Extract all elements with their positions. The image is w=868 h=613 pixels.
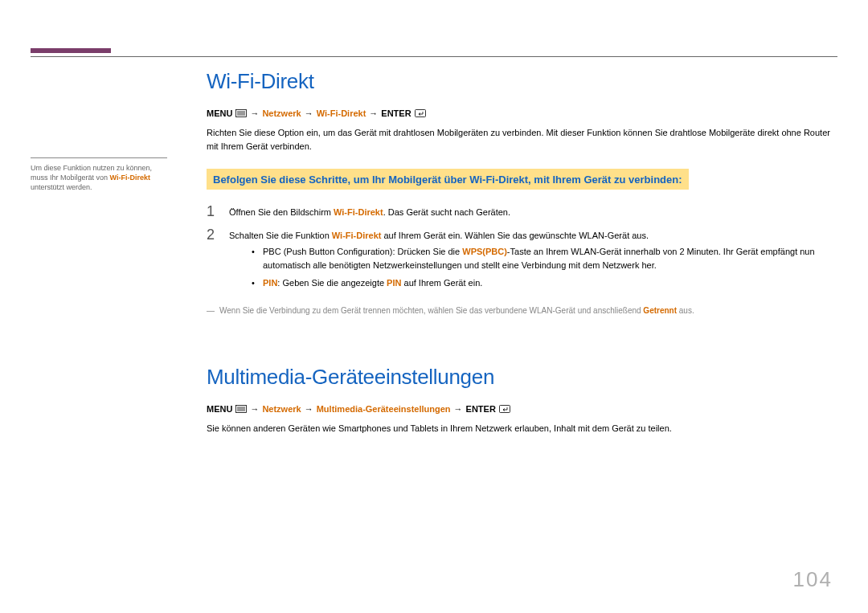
bullet-dot: • <box>252 276 256 290</box>
steps-list: 1 Öffnen Sie den Bildschirm Wi-Fi-Direkt… <box>207 206 837 295</box>
bullet-pbc: • PBC (Push Button Configuration): Drück… <box>252 245 837 272</box>
b2-mid: : Geben Sie die angezeigte <box>277 278 387 288</box>
enter-icon <box>415 109 426 117</box>
sidebar-divider <box>31 157 167 158</box>
menu-icon <box>235 109 247 117</box>
step-body: Schalten Sie die Funktion Wi-Fi-Direkt a… <box>229 229 837 295</box>
section1-intro: Richten Sie diese Option ein, um das Ger… <box>207 126 837 153</box>
note-pre: Wenn Sie die Verbindung zu dem Gerät tre… <box>219 306 643 315</box>
nav-multimedia: Multimedia-Geräteeinstellungen <box>317 404 451 414</box>
nav-menu-label: MENU <box>207 404 232 414</box>
section1-title: Wi-Fi-Direkt <box>207 69 837 94</box>
note-dash: ― <box>207 304 215 317</box>
step-body: Öffnen Sie den Bildschirm Wi-Fi-Direkt. … <box>229 206 837 219</box>
sidebar-note-post: unterstützt werden. <box>31 183 92 191</box>
main-content: Wi-Fi-Direkt MENU → Netzwerk → Wi-Fi-Dir… <box>207 69 837 435</box>
step-2: 2 Schalten Sie die Funktion Wi-Fi-Direkt… <box>207 229 837 295</box>
disconnect-note: ― Wenn Sie die Verbindung zu dem Gerät t… <box>207 304 837 317</box>
step-number: 2 <box>207 227 218 242</box>
step-1: 1 Öffnen Sie den Bildschirm Wi-Fi-Direkt… <box>207 206 837 219</box>
note-hl: Getrennt <box>643 306 677 315</box>
b1-hl: WPS(PBC) <box>462 247 507 256</box>
nav-arrow: → <box>250 108 259 118</box>
section2-intro: Sie können anderen Geräten wie Smartphon… <box>207 422 837 435</box>
page-container: Um diese Funktion nutzen zu können, muss… <box>0 0 868 613</box>
nav-path-1: MENU → Netzwerk → Wi-Fi-Direkt → ENTER <box>207 108 837 118</box>
section2-title: Multimedia-Geräteeinstellungen <box>207 365 837 390</box>
nav-arrow: → <box>305 404 313 414</box>
header-color-bar <box>31 48 111 53</box>
note-post: aus. <box>677 306 694 315</box>
nav-enter-label: ENTER <box>466 404 496 414</box>
nav-netzwerk: Netzwerk <box>262 404 301 414</box>
bullet-text: PBC (Push Button Configuration): Drücken… <box>263 245 837 272</box>
step2-hl: Wi-Fi-Direkt <box>332 231 382 240</box>
note-text: Wenn Sie die Verbindung zu dem Gerät tre… <box>219 304 694 317</box>
b2-hl2: PIN <box>387 278 401 288</box>
menu-icon <box>235 405 247 413</box>
step-number: 1 <box>207 204 218 219</box>
nav-wifi-direkt: Wi-Fi-Direkt <box>317 108 366 118</box>
bullet-text: PIN: Geben Sie die angezeigte PIN auf Ih… <box>263 276 482 290</box>
sidebar-note: Um diese Funktion nutzen zu können, muss… <box>31 157 167 192</box>
nav-menu-label: MENU <box>207 108 232 118</box>
step2-post: auf Ihrem Gerät ein. Wählen Sie das gewü… <box>381 231 649 240</box>
section-2: Multimedia-Geräteeinstellungen MENU → Ne… <box>207 365 837 435</box>
sidebar-note-highlight: Wi-Fi-Direkt <box>110 174 150 182</box>
nav-path-2: MENU → Netzwerk → Multimedia-Geräteeinst… <box>207 404 837 414</box>
page-number: 104 <box>793 567 833 592</box>
step1-hl: Wi-Fi-Direkt <box>334 207 383 217</box>
nav-arrow: → <box>454 404 463 414</box>
b1-pre: PBC (Push Button Configuration): Drücken… <box>263 247 462 256</box>
nav-arrow: → <box>305 108 313 118</box>
step2-pre: Schalten Sie die Funktion <box>229 231 332 240</box>
step1-pre: Öffnen Sie den Bildschirm <box>229 207 334 217</box>
instruction-band: Befolgen Sie diese Schritte, um Ihr Mobi… <box>207 169 689 190</box>
b2-hl1: PIN <box>263 278 277 288</box>
bullet-dot: • <box>252 245 256 272</box>
enter-icon <box>499 405 510 413</box>
nav-netzwerk: Netzwerk <box>262 108 301 118</box>
bullet-pin: • PIN: Geben Sie die angezeigte PIN auf … <box>252 276 837 290</box>
step1-post: . Das Gerät sucht nach Geräten. <box>383 207 510 217</box>
header-rule <box>31 56 837 57</box>
nav-arrow: → <box>369 108 378 118</box>
nav-arrow: → <box>250 404 259 414</box>
b2-post: auf Ihrem Gerät ein. <box>401 278 482 288</box>
nav-enter-label: ENTER <box>381 108 411 118</box>
instruction-band-text: Befolgen Sie diese Schritte, um Ihr Mobi… <box>213 174 682 186</box>
sub-bullet-list: • PBC (Push Button Configuration): Drück… <box>252 245 837 290</box>
